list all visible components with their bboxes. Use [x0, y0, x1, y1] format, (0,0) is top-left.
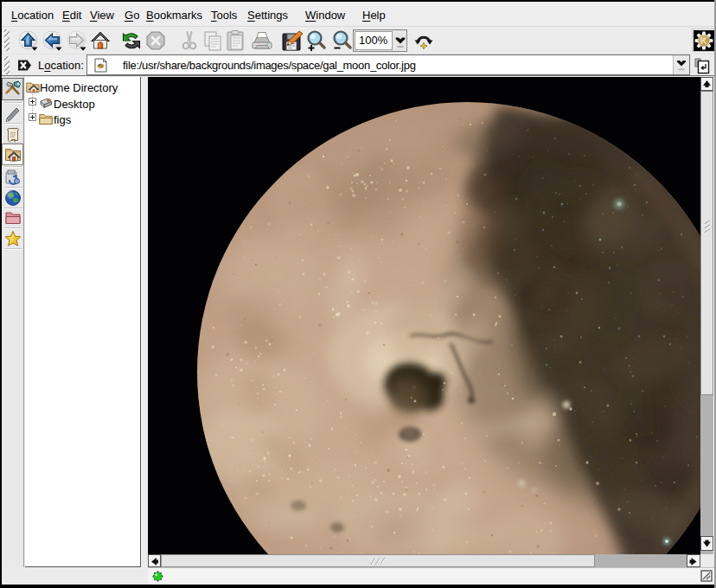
svg-text:K: K: [700, 35, 707, 46]
